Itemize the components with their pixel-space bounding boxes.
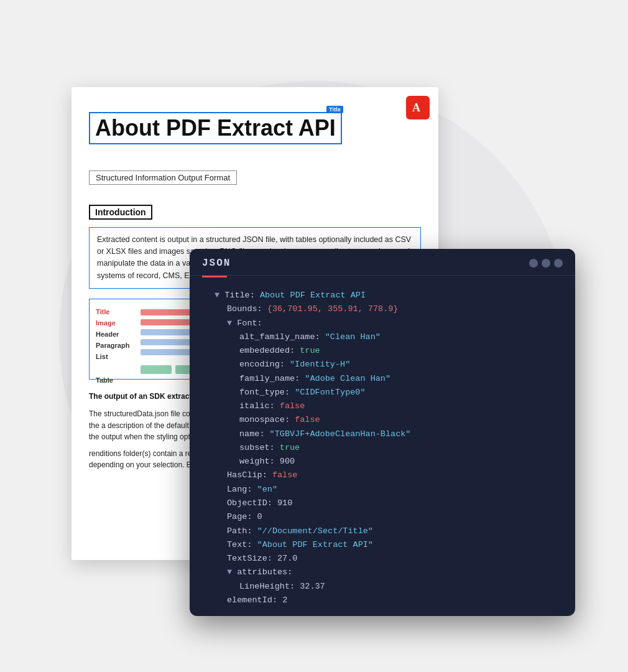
json-header: JSON	[190, 249, 575, 276]
json-separator	[202, 276, 227, 278]
pdf-subtitle: Structured Information Output Format	[89, 170, 237, 185]
dot-1	[529, 259, 538, 268]
json-line-21: ▼ attributes:	[202, 566, 563, 579]
json-line-11: name: "TGBVJF+AdobeCleanHan-Black"	[202, 427, 563, 441]
scene: A Title About PDF Extract API Structured…	[34, 37, 594, 635]
json-line-17: Page: 0	[202, 510, 563, 524]
label-list: List	[96, 353, 129, 360]
json-line-22: LineHeight: 32.37	[202, 580, 563, 594]
json-line-3: ▼ Font:	[202, 317, 563, 330]
json-line-18: Path: "//Document/Sect/Title"	[202, 525, 563, 538]
json-line-12: subset: true	[202, 441, 563, 455]
label-table: Table	[96, 376, 129, 384]
pdf-title: About PDF Extract API	[89, 112, 342, 144]
json-line-14: HasClip: false	[202, 469, 563, 482]
json-line-2: Bounds: {36,701.95, 355.91, 778.9}	[202, 302, 563, 316]
json-body: ▼ Title: About PDF Extract API Bounds: {…	[190, 282, 575, 609]
dot-3	[554, 259, 563, 268]
json-line-7: family_name: "Adobe Clean Han"	[202, 372, 563, 386]
json-line-10: monospace: false	[202, 413, 563, 427]
pdf-title-wrapper: Title About PDF Extract API	[89, 112, 342, 144]
json-line-5: embededded: true	[202, 344, 563, 358]
json-title: JSON	[202, 258, 523, 269]
json-line-15: Lang: "en"	[202, 483, 563, 497]
json-line-19: Text: "About PDF Extract API"	[202, 538, 563, 552]
json-line-8: font_type: "CIDFontType0"	[202, 386, 563, 399]
label-paragraph: Paragraph	[96, 342, 129, 349]
json-line-16: ObjectID: 910	[202, 497, 563, 510]
json-line-13: weight: 900	[202, 455, 563, 469]
json-panel: JSON ▼ Title: About PDF Extract API Boun…	[190, 249, 575, 616]
json-line-6: encoding: "Identity-H"	[202, 358, 563, 371]
label-image: Image	[96, 319, 129, 327]
json-line-9: italic: false	[202, 399, 563, 413]
json-line-4: alt_family_name: "Clean Han"	[202, 330, 563, 344]
label-header: Header	[96, 330, 129, 338]
title-tag: Title	[326, 106, 343, 113]
json-line-1: ▼ Title: About PDF Extract API	[202, 289, 563, 302]
svg-text:A: A	[412, 101, 420, 114]
pdf-section-title: Introduction	[89, 205, 152, 220]
json-line-20: TextSize: 27.0	[202, 552, 563, 566]
dot-2	[542, 259, 550, 268]
json-line-23: elementId: 2	[202, 594, 563, 607]
diagram-labels: Title Image Header Paragraph List Table	[96, 307, 129, 384]
json-window-dots	[529, 259, 563, 268]
adobe-icon: A	[406, 96, 430, 119]
label-title: Title	[96, 308, 129, 315]
